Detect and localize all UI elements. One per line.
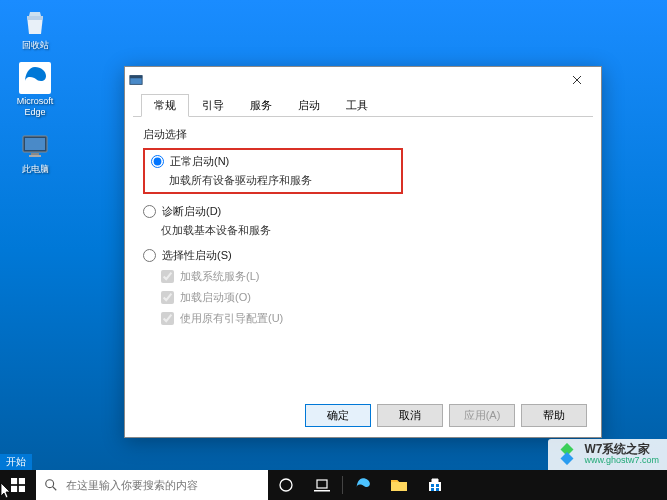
this-pc-icon — [19, 130, 51, 162]
icon-label: 回收站 — [10, 40, 60, 51]
svg-rect-17 — [314, 490, 330, 492]
tab-boot[interactable]: 引导 — [189, 94, 237, 117]
checkbox-label: 加载启动项(O) — [180, 290, 251, 305]
section-title: 启动选择 — [143, 127, 583, 142]
checkbox-original-boot — [161, 312, 174, 325]
checkbox-load-services — [161, 270, 174, 283]
tab-startup[interactable]: 启动 — [285, 94, 333, 117]
taskbar-app-store[interactable] — [417, 470, 453, 500]
window-button-bar: 确定 取消 应用(A) 帮助 — [305, 404, 587, 427]
window-content: 启动选择 正常启动(N) 加载所有设备驱动程序和服务 诊断启动(D) 仅加载基本… — [125, 117, 601, 346]
cancel-button[interactable]: 取消 — [377, 404, 443, 427]
tab-services[interactable]: 服务 — [237, 94, 285, 117]
checkbox-label: 加载系统服务(L) — [180, 269, 259, 284]
radio-diagnostic-startup[interactable] — [143, 205, 156, 218]
msconfig-window: 常规 引导 服务 启动 工具 启动选择 正常启动(N) 加载所有设备驱动程序和服… — [124, 66, 602, 438]
watermark-logo-icon — [556, 443, 578, 465]
windows-logo-icon — [11, 478, 25, 492]
radio-label: 选择性启动(S) — [162, 248, 232, 263]
icon-label: Microsoft Edge — [10, 96, 60, 118]
svg-point-13 — [46, 480, 54, 488]
checkbox-label: 使用原有引导配置(U) — [180, 311, 283, 326]
taskbar-app-edge[interactable] — [345, 470, 381, 500]
search-icon — [36, 478, 66, 492]
svg-rect-8 — [561, 453, 574, 466]
highlight-annotation: 正常启动(N) 加载所有设备驱动程序和服务 — [143, 148, 403, 194]
radio-label: 正常启动(N) — [170, 154, 229, 169]
close-icon — [572, 75, 582, 85]
icon-label: 此电脑 — [10, 164, 60, 175]
svg-rect-12 — [19, 486, 25, 492]
ok-button[interactable]: 确定 — [305, 404, 371, 427]
search-input[interactable] — [66, 470, 268, 500]
taskbar — [0, 470, 667, 500]
svg-rect-6 — [130, 75, 142, 78]
recycle-bin-icon — [19, 6, 51, 38]
radio-selective-startup[interactable] — [143, 249, 156, 262]
apply-button: 应用(A) — [449, 404, 515, 427]
watermark-url: www.ghostw7.com — [584, 456, 659, 466]
help-button[interactable]: 帮助 — [521, 404, 587, 427]
desktop-icon-this-pc[interactable]: 此电脑 — [10, 130, 60, 175]
task-view-icon[interactable] — [304, 470, 340, 500]
desktop-icon-edge[interactable]: Microsoft Edge — [10, 62, 60, 118]
radio-label: 诊断启动(D) — [162, 204, 221, 219]
radio-normal-startup[interactable] — [151, 155, 164, 168]
taskbar-divider — [342, 476, 343, 494]
radio-sub-normal: 加载所有设备驱动程序和服务 — [169, 173, 395, 188]
tab-general[interactable]: 常规 — [141, 94, 189, 117]
tab-tools[interactable]: 工具 — [333, 94, 381, 117]
window-app-icon — [129, 73, 143, 87]
radio-sub-diagnostic: 仅加载基本设备和服务 — [161, 223, 583, 238]
taskbar-app-explorer[interactable] — [381, 470, 417, 500]
cortana-icon[interactable] — [268, 470, 304, 500]
desktop-icon-recycle-bin[interactable]: 回收站 — [10, 6, 60, 51]
svg-rect-2 — [25, 138, 45, 150]
svg-point-15 — [280, 479, 292, 491]
search-box[interactable] — [36, 470, 268, 500]
window-titlebar[interactable] — [125, 67, 601, 93]
svg-rect-16 — [317, 480, 327, 488]
mouse-cursor-icon — [0, 482, 12, 500]
checkbox-load-startup — [161, 291, 174, 304]
svg-line-14 — [53, 487, 57, 491]
watermark: W7系统之家 www.ghostw7.com — [548, 439, 667, 470]
svg-rect-10 — [19, 478, 25, 484]
edge-icon — [19, 62, 51, 94]
close-button[interactable] — [557, 67, 597, 93]
svg-rect-3 — [31, 153, 39, 155]
tabs-bar: 常规 引导 服务 启动 工具 — [133, 93, 593, 117]
start-tooltip: 开始 — [0, 454, 32, 470]
svg-rect-4 — [29, 155, 41, 157]
